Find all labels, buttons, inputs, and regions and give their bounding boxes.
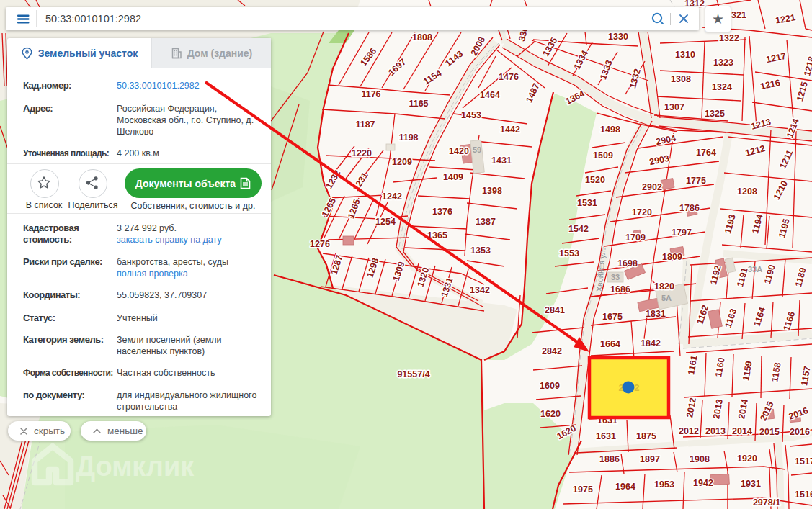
svg-text:2902: 2902 [642,182,662,192]
svg-text:1820: 1820 [654,281,674,292]
svg-text:1342: 1342 [470,285,490,295]
svg-text:2016: 2016 [790,427,810,437]
svg-text:1276: 1276 [310,239,330,249]
svg-text:1322: 1322 [719,33,739,43]
svg-text:1964: 1964 [615,482,635,492]
svg-text:1698: 1698 [617,258,638,269]
svg-text:1764: 1764 [696,148,716,158]
svg-text:1187: 1187 [355,120,375,130]
svg-text:33А: 33А [748,265,762,274]
svg-text:91557/4: 91557/4 [397,369,429,379]
svg-text:1387: 1387 [476,217,496,227]
svg-text:1324: 1324 [712,82,732,92]
svg-text:1808: 1808 [412,32,432,42]
svg-text:2012: 2012 [679,426,699,436]
svg-text:2014: 2014 [732,426,752,436]
svg-text:1920: 1920 [737,454,757,464]
svg-text:2841: 2841 [545,305,565,315]
svg-text:2015: 2015 [759,427,780,437]
svg-text:1198: 1198 [398,132,418,143]
svg-text:1897: 1897 [640,454,660,464]
svg-text:1209: 1209 [392,157,412,167]
svg-text:1308: 1308 [671,74,691,84]
svg-text:1453: 1453 [461,110,481,120]
svg-text:1220: 1220 [352,148,372,158]
svg-text:1720: 1720 [632,207,652,217]
svg-text:2013: 2013 [705,426,726,436]
svg-text:1908: 1908 [690,454,710,464]
svg-text:1509: 1509 [593,150,613,161]
svg-text:1609: 1609 [540,381,560,391]
svg-text:1875: 1875 [636,431,656,441]
svg-text:1520: 1520 [585,175,605,185]
svg-text:1831: 1831 [646,309,666,319]
svg-text:1310: 1310 [675,50,695,60]
svg-text:1208: 1208 [737,186,757,197]
svg-text:1254: 1254 [375,217,396,227]
svg-text:1775: 1775 [686,176,706,186]
svg-text:1553: 1553 [559,248,579,258]
svg-text:59: 59 [473,145,481,154]
svg-text:1464: 1464 [480,90,500,100]
svg-text:1664: 1664 [600,339,620,349]
svg-text:1517: 1517 [795,456,812,467]
svg-text:1325: 1325 [705,109,725,119]
svg-text:1886: 1886 [599,454,620,464]
svg-text:1953: 1953 [654,479,674,490]
svg-text:1675: 1675 [602,312,623,322]
svg-text:1409: 1409 [443,172,463,182]
svg-text:1975: 1975 [573,485,593,495]
svg-text:33: 33 [611,273,620,281]
svg-text:1686: 1686 [610,284,630,294]
svg-text:1420: 1420 [449,146,469,156]
svg-text:1809: 1809 [662,252,682,262]
svg-text:1842: 1842 [641,338,661,348]
svg-text:1516: 1516 [795,490,812,500]
svg-text:1631: 1631 [596,431,616,441]
svg-text:1797: 1797 [672,228,692,238]
svg-text:1531: 1531 [577,198,597,208]
svg-text:1431: 1431 [491,156,512,166]
svg-text:1931: 1931 [741,479,761,489]
svg-text:1353: 1353 [470,246,491,256]
svg-text:2842: 2842 [542,346,562,356]
svg-text:1176: 1176 [361,89,380,99]
svg-text:1442: 1442 [500,125,520,135]
svg-text:5А: 5А [661,294,672,302]
svg-text:1476: 1476 [499,72,519,82]
svg-text:1323: 1323 [713,58,733,68]
svg-text:1620: 1620 [540,409,561,419]
svg-text:1398: 1398 [482,186,502,196]
svg-text:1365: 1365 [427,230,447,240]
svg-text:2978/1: 2978/1 [753,497,780,508]
svg-text:1330: 1330 [608,32,628,42]
svg-text:1376: 1376 [432,207,452,217]
svg-text:1165: 1165 [409,99,428,109]
svg-text:1498: 1498 [600,125,620,135]
svg-text:1242: 1242 [382,192,402,202]
svg-text:Домклик: Домклик [76,451,195,482]
svg-text:1709: 1709 [625,233,646,243]
svg-text:1786: 1786 [679,203,700,213]
svg-text:1542: 1542 [568,224,589,234]
svg-text:1307: 1307 [664,102,684,112]
svg-text:1942: 1942 [693,478,713,488]
